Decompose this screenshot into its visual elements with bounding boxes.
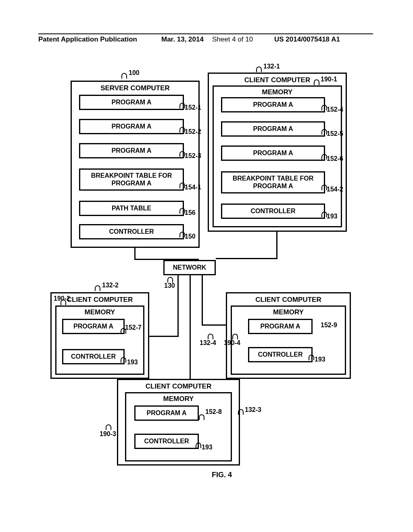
ref-hook: [321, 185, 327, 190]
ref-132-2: 132-2: [102, 282, 119, 289]
client3-memory-box: MEMORY PROGRAM A CONTROLLER: [125, 392, 232, 461]
connector: [134, 259, 199, 260]
server-controller: CONTROLLER: [79, 224, 184, 239]
client2-program-a: PROGRAM A: [62, 319, 125, 334]
ref-193-c1: 193: [327, 213, 338, 220]
ref-hook: [321, 154, 327, 160]
client4-controller: CONTROLLER: [248, 347, 313, 362]
ref-190-2: 190-2: [54, 295, 70, 302]
ref-132-3: 132-3: [245, 406, 261, 414]
ref-hook: [179, 232, 185, 237]
connector: [190, 275, 191, 379]
ref-152-3: 152-3: [185, 152, 201, 160]
ref-hook: [199, 414, 204, 420]
connector: [202, 324, 226, 326]
ref-hook: [256, 66, 262, 72]
ref-hook: [179, 183, 185, 188]
connector: [177, 275, 179, 337]
ref-hook: [121, 73, 127, 79]
ref-193-c2: 193: [127, 359, 138, 366]
publication-number: US 2014/0075418 A1: [274, 35, 340, 44]
ref-154-1: 154-1: [185, 184, 201, 191]
ref-190-4: 190-4: [224, 339, 240, 347]
client1-controller: CONTROLLER: [221, 204, 325, 219]
ref-150: 150: [185, 233, 196, 240]
client1-program-a-2: PROGRAM A: [221, 121, 325, 137]
server-program-a-1: PROGRAM A: [79, 95, 184, 110]
sheet-number: Sheet 4 of 10: [212, 35, 253, 44]
ref-hook: [321, 212, 327, 217]
server-program-a-3: PROGRAM A: [79, 143, 184, 158]
ref-152-8: 152-8: [205, 408, 222, 416]
header-rule: [38, 33, 373, 34]
ref-hook: [106, 424, 111, 430]
ref-hook: [121, 357, 126, 363]
client3-memory-title: MEMORY: [126, 393, 231, 405]
connector: [149, 336, 179, 337]
server-program-a-2: PROGRAM A: [79, 119, 184, 134]
connector: [198, 259, 199, 260]
ref-hook: [238, 409, 244, 415]
client4-title: CLIENT COMPUTER: [227, 294, 350, 305]
ref-hook: [167, 277, 173, 283]
connector: [202, 275, 203, 326]
connector: [134, 248, 136, 260]
ref-hook: [179, 151, 185, 157]
client1-program-a-1: PROGRAM A: [221, 97, 325, 112]
ref-100: 100: [129, 69, 140, 77]
ref-hook: [179, 127, 185, 133]
ref-hook: [232, 334, 238, 339]
ref-hook: [321, 105, 327, 110]
client2-memory-title: MEMORY: [56, 307, 143, 318]
connector: [276, 232, 277, 259]
server-breakpoint-table: BREAKPOINT TABLE FOR PROGRAM A: [79, 168, 184, 191]
client3-controller: CONTROLLER: [134, 434, 199, 449]
ref-156: 156: [185, 209, 196, 216]
ref-152-7: 152-7: [125, 324, 142, 331]
client1-program-a-3: PROGRAM A: [221, 145, 325, 161]
ref-190-1: 190-1: [321, 76, 337, 83]
client4-memory-box: MEMORY PROGRAM A CONTROLLER: [231, 305, 346, 375]
publication-label: Patent Application Publication: [38, 35, 137, 44]
network-box: NETWORK: [163, 260, 216, 275]
ref-152-9: 152-9: [321, 322, 337, 329]
figure-diagram: SERVER COMPUTER PROGRAM A PROGRAM A PROG…: [38, 60, 373, 504]
ref-193-c3: 193: [202, 444, 213, 451]
ref-152-5: 152-5: [327, 130, 343, 137]
ref-154-2: 154-2: [327, 186, 343, 193]
publication-date: Mar. 13, 2014: [161, 35, 204, 44]
ref-hook: [179, 208, 185, 214]
ref-hook: [95, 285, 100, 291]
ref-hook: [196, 443, 201, 448]
ref-hook: [309, 355, 314, 360]
client2-controller: CONTROLLER: [62, 349, 125, 364]
connector: [216, 258, 277, 259]
ref-152-1: 152-1: [185, 104, 201, 111]
client3-title: CLIENT COMPUTER: [118, 381, 239, 392]
server-path-table: PATH TABLE: [79, 201, 184, 216]
ref-hook: [179, 103, 185, 108]
client4-memory-title: MEMORY: [232, 307, 345, 318]
ref-152-2: 152-2: [185, 128, 201, 135]
ref-190-3: 190-3: [100, 430, 116, 438]
ref-152-6: 152-6: [327, 155, 343, 162]
ref-132-1: 132-1: [263, 63, 280, 70]
ref-hook: [208, 334, 213, 339]
figure-label: FIG. 4: [212, 471, 232, 479]
server-computer-title: SERVER COMPUTER: [72, 83, 198, 94]
ref-130: 130: [164, 282, 175, 289]
client1-breakpoint-table: BREAKPOINT TABLE FOR PROGRAM A: [221, 171, 325, 193]
client3-program-a: PROGRAM A: [134, 405, 199, 421]
client4-program-a: PROGRAM A: [248, 319, 313, 334]
ref-193-c4: 193: [315, 356, 325, 363]
ref-hook: [321, 129, 327, 135]
client1-memory-title: MEMORY: [214, 87, 341, 98]
ref-hook: [314, 79, 319, 85]
patent-page: Patent Application Publication Mar. 13, …: [0, 0, 413, 532]
ref-132-4: 132-4: [200, 339, 216, 347]
ref-152-4: 152-4: [327, 106, 343, 113]
